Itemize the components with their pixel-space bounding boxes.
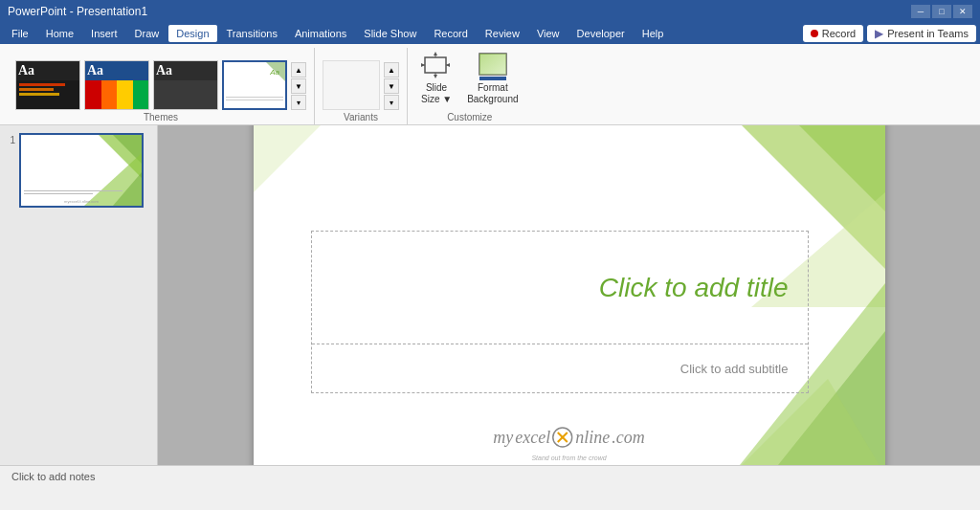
slide-title-placeholder[interactable]: Click to add title <box>312 232 808 344</box>
themes-group: Aa Aa <box>8 48 315 124</box>
slide-canvas-area: Click to add title Click to add subtitle… <box>158 125 980 465</box>
menu-transitions[interactable]: Transitions <box>219 25 285 42</box>
variants-scroll-up[interactable]: ▲ <box>384 62 399 78</box>
menu-insert[interactable]: Insert <box>83 25 125 42</box>
slide-size-icon <box>421 52 452 82</box>
format-background-icon <box>478 52 508 82</box>
slide-number-1: 1 <box>4 135 15 145</box>
menubar-right: Record ▶ Present in Teams <box>803 25 976 42</box>
close-button[interactable]: ✕ <box>953 5 972 18</box>
slide-deco-top-left <box>254 125 368 231</box>
variants-group: ▲ ▼ ▾ Variants <box>315 48 408 124</box>
theme-dark-thumbnail[interactable]: Aa <box>15 60 80 110</box>
slide-size-button[interactable]: SlideSize ▼ <box>415 50 457 107</box>
main-slide[interactable]: Click to add title Click to add subtitle… <box>254 125 885 465</box>
logo-text-com: .com <box>612 428 645 448</box>
menu-animations[interactable]: Animations <box>287 25 354 42</box>
menu-view[interactable]: View <box>529 25 568 42</box>
menu-design[interactable]: Design <box>168 25 216 42</box>
variants-scroll-down[interactable]: ▼ <box>384 78 399 94</box>
format-background-button[interactable]: FormatBackground <box>461 50 523 107</box>
menu-review[interactable]: Review <box>478 25 527 42</box>
variant-1-thumbnail[interactable] <box>323 60 380 110</box>
present-in-teams-button[interactable]: ▶ Present in Teams <box>867 25 976 42</box>
notes-label[interactable]: Click to add notes <box>11 471 95 482</box>
title-bar: PowerPoint - Presentation1 ─ □ ✕ <box>0 0 980 23</box>
record-dot-icon <box>811 30 818 37</box>
menu-help[interactable]: Help <box>635 25 672 42</box>
variants-scroll-more[interactable]: ▾ <box>384 95 399 110</box>
main-area: 1 <box>0 125 980 465</box>
svg-marker-23 <box>254 125 330 192</box>
slide-size-label: SlideSize ▼ <box>421 82 452 105</box>
logo-text-excel: excel <box>515 428 550 448</box>
customize-label: Customize <box>447 112 492 122</box>
themes-scroll: ▲ ▼ ▾ <box>291 62 306 110</box>
logo-x-icon <box>552 427 573 448</box>
menu-record[interactable]: Record <box>426 25 475 42</box>
maximize-button[interactable]: □ <box>932 5 951 18</box>
window-controls: ─ □ ✕ <box>911 5 972 18</box>
svg-rect-12 <box>479 77 506 80</box>
customize-group: SlideSize ▼ <box>408 48 532 124</box>
menu-draw[interactable]: Draw <box>127 25 167 42</box>
menu-file[interactable]: File <box>4 25 36 42</box>
svg-rect-0 <box>425 57 446 73</box>
slide-thumbnail-1[interactable]: myexcel⚠nline.com <box>19 133 144 208</box>
format-background-label: FormatBackground <box>467 82 518 105</box>
menu-home[interactable]: Home <box>38 25 81 42</box>
record-button[interactable]: Record <box>803 25 863 42</box>
ribbon: Aa Aa <box>0 44 980 125</box>
app-title: PowerPoint - Presentation1 <box>8 5 147 18</box>
theme-colorful-thumbnail[interactable]: Aa <box>84 60 149 110</box>
slide-logo: my excel nline .com Stand out from the c… <box>493 427 644 448</box>
logo-text-nline: nline <box>575 428 610 448</box>
themes-scroll-more[interactable]: ▾ <box>291 95 306 110</box>
variants-label: Variants <box>344 112 378 122</box>
menu-bar: File Home Insert Draw Design Transitions… <box>0 23 980 44</box>
svg-marker-8 <box>434 75 437 78</box>
menu-slideshow[interactable]: Slide Show <box>356 25 424 42</box>
svg-rect-11 <box>479 54 506 75</box>
slide-item-1[interactable]: 1 <box>4 133 153 208</box>
logo-tagline: Stand out from the crowd <box>531 455 606 461</box>
themes-scroll-down[interactable]: ▼ <box>291 78 306 94</box>
menu-developer[interactable]: Developer <box>569 25 633 42</box>
slide-panel: 1 <box>0 125 158 465</box>
svg-marker-7 <box>434 52 437 55</box>
slide-subtitle-placeholder[interactable]: Click to add subtitle <box>312 344 808 392</box>
minimize-button[interactable]: ─ <box>911 5 930 18</box>
slide-title-box[interactable]: Click to add title Click to add subtitle <box>311 231 809 393</box>
svg-marker-18 <box>790 125 885 211</box>
theme-green-thumbnail[interactable]: Aa <box>222 60 287 110</box>
themes-label: Themes <box>144 112 178 122</box>
logo-text-my: my <box>493 428 513 448</box>
status-bar: Click to add notes <box>0 465 980 486</box>
themes-scroll-up[interactable]: ▲ <box>291 62 306 78</box>
theme-simple-thumbnail[interactable]: Aa <box>153 60 218 110</box>
variants-scroll: ▲ ▼ ▾ <box>384 62 399 110</box>
content-area: Click to add title Click to add subtitle… <box>158 125 980 465</box>
